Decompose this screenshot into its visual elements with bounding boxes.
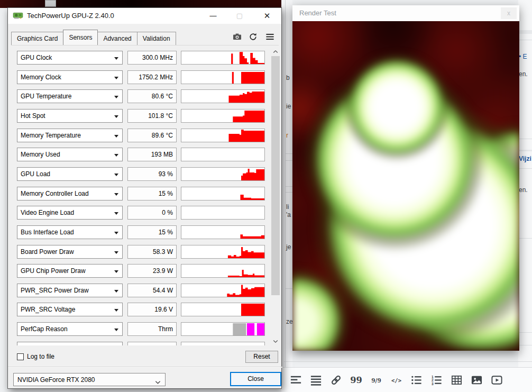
sensor-select[interactable]: Hot Spot <box>17 109 123 123</box>
sensor-value: 0.8310 V <box>127 342 177 345</box>
scrollbar[interactable] <box>271 47 280 345</box>
align-justify-icon[interactable] <box>309 373 322 386</box>
checkbox-icon[interactable] <box>17 353 24 360</box>
gpuz-titlebar[interactable]: TechPowerUp GPU-Z 2.40.0 — ▢ ✕ <box>8 8 281 24</box>
scrollbar-thumb[interactable] <box>271 56 280 295</box>
screen: { "gpuz": { "title": "TechPowerUp GPU-Z … <box>0 0 532 392</box>
divider <box>286 160 292 161</box>
sensor-graph <box>181 225 265 239</box>
sensor-select[interactable]: PWR_SRC Power Draw <box>17 284 123 297</box>
close-dialog-button[interactable]: Close <box>230 372 281 386</box>
sensor-label: Memory Temperature <box>21 132 81 139</box>
chevron-down-icon <box>114 57 118 60</box>
divider <box>286 192 292 193</box>
table-icon[interactable] <box>450 373 463 386</box>
sensor-label: GPU Clock <box>21 54 52 61</box>
reset-button[interactable]: Reset <box>245 351 278 363</box>
close-icon[interactable]: x <box>501 7 517 19</box>
render-test-titlebar[interactable]: Render Test x <box>292 5 519 21</box>
background-page-strip-right: • Een.Vijzien. <box>518 0 532 392</box>
sensor-row: GPU Temperature80.6 °C <box>8 89 271 103</box>
divider <box>284 361 532 362</box>
sensor-select[interactable]: Memory Controller Load <box>17 187 123 200</box>
gpu-card-icon <box>13 12 23 20</box>
sensor-graph <box>181 264 265 278</box>
background-text-fragment: en. <box>519 186 528 194</box>
svg-text:99: 99 <box>350 375 362 385</box>
ordered-list-icon[interactable]: 123 <box>430 373 443 386</box>
sensor-select[interactable]: GPU Clock <box>17 51 123 65</box>
sensor-select[interactable]: GPU Load <box>17 167 123 181</box>
chevron-down-icon <box>114 251 118 254</box>
chevron-down-icon <box>114 96 118 98</box>
sensor-row: PerfCap ReasonThrm <box>8 322 271 336</box>
sensor-select[interactable]: PerfCap Reason <box>17 322 123 336</box>
sensor-select[interactable]: GPU Temperature <box>17 89 123 103</box>
sensor-select[interactable]: Board Power Draw <box>17 245 123 259</box>
camera-icon[interactable] <box>231 31 243 42</box>
log-to-file-checkbox[interactable]: Log to file <box>17 353 54 360</box>
refresh-icon[interactable] <box>246 31 259 42</box>
scroll-down-icon[interactable] <box>271 337 280 345</box>
menu-icon[interactable] <box>263 31 276 42</box>
tab-validation[interactable]: Validation <box>137 32 176 45</box>
render-test-window: Render Test x <box>292 5 519 351</box>
background-page-strip-left: bierli'ajeze <box>281 0 292 392</box>
chevron-down-icon <box>114 232 118 234</box>
divider <box>285 0 286 392</box>
sensor-label: GPU Temperature <box>21 93 72 100</box>
sensor-graph <box>181 322 265 336</box>
sensor-select[interactable]: Memory Used <box>17 148 123 161</box>
sensor-graph <box>181 342 265 345</box>
background-text-fragment: b <box>286 74 290 81</box>
sensor-value: 193 MB <box>127 148 177 161</box>
sensor-select[interactable]: GPU Chip Power Draw <box>17 264 123 278</box>
chevron-down-icon <box>114 290 118 293</box>
tab-sensors[interactable]: Sensors <box>63 30 98 45</box>
sensor-graph <box>181 89 265 103</box>
unordered-list-icon[interactable] <box>410 373 423 386</box>
device-select[interactable]: NVIDIA GeForce RTX 2080 <box>13 373 166 386</box>
scroll-up-icon[interactable] <box>271 47 280 56</box>
sensor-row: GPU Load93 % <box>8 167 271 181</box>
sensor-select[interactable]: Bus Interface Load <box>17 225 123 239</box>
sensor-graph <box>181 109 265 123</box>
sensor-select[interactable]: Memory Temperature <box>17 129 123 142</box>
chevron-down-icon <box>114 135 118 138</box>
sensor-row: Video Engine Load0 % <box>8 206 271 220</box>
divider <box>518 345 532 345</box>
sensor-value: 15 % <box>127 187 177 200</box>
background-dark-banner <box>0 0 292 8</box>
minimize-button[interactable]: — <box>204 8 222 24</box>
close-button[interactable]: ✕ <box>258 8 276 24</box>
sensor-row: Bus Interface Load15 % <box>8 225 271 239</box>
image-icon[interactable] <box>470 373 483 386</box>
inline-quote-icon[interactable]: 9/9 <box>370 373 382 386</box>
sensor-value: 80.6 °C <box>127 89 177 103</box>
sensor-select[interactable]: GPU Voltage <box>17 342 123 345</box>
chevron-down-icon <box>114 115 118 118</box>
quote-icon[interactable]: 99 <box>350 373 362 386</box>
sensor-row: GPU Clock300.0 MHz <box>8 51 271 65</box>
media-icon[interactable] <box>490 373 503 386</box>
maximize-button[interactable]: ▢ <box>231 8 249 24</box>
tab-advanced[interactable]: Advanced <box>97 32 137 45</box>
background-text-fragment: ze <box>286 318 293 325</box>
sensor-select[interactable]: Memory Clock <box>17 70 123 84</box>
divider <box>518 332 532 333</box>
sensor-value: 89.6 °C <box>127 129 177 142</box>
align-left-icon[interactable] <box>289 373 302 386</box>
sensor-label: GPU Voltage <box>21 345 57 345</box>
link-icon[interactable] <box>329 373 342 386</box>
code-icon[interactable]: </> <box>390 373 402 386</box>
sensor-label: Memory Controller Load <box>21 190 89 197</box>
divider <box>286 186 292 187</box>
sensor-graph <box>181 187 265 200</box>
background-text-fragment: r <box>286 132 288 139</box>
tab-graphics-card[interactable]: Graphics Card <box>11 32 63 45</box>
sensor-row: Hot Spot101.8 °C <box>8 109 271 123</box>
sensor-graph <box>181 148 265 161</box>
sensor-select[interactable]: Video Engine Load <box>17 206 123 220</box>
render-test-title: Render Test <box>299 9 336 17</box>
sensor-select[interactable]: PWR_SRC Voltage <box>17 303 123 316</box>
